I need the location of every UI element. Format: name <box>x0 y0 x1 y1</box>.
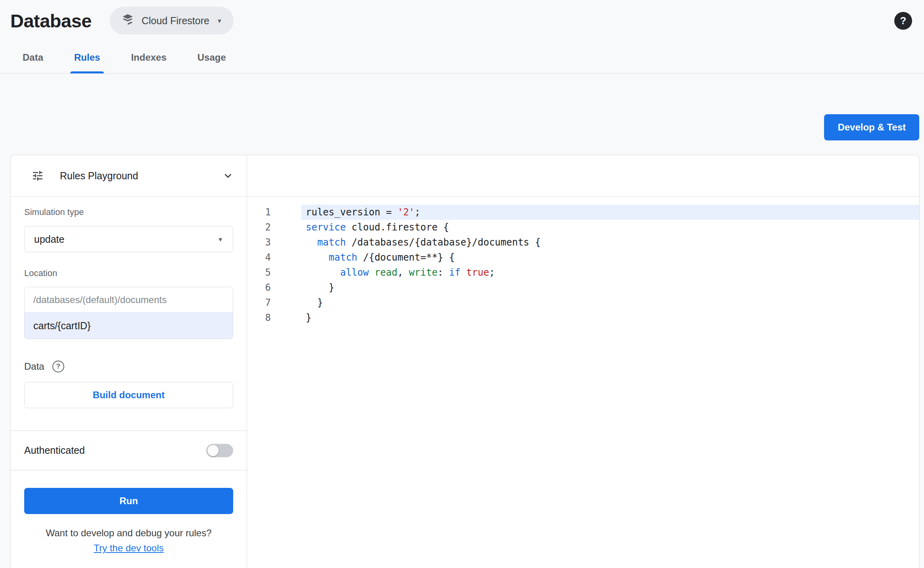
code-lines[interactable]: 1rules_version = '2';2service cloud.fire… <box>247 197 919 325</box>
code-line[interactable]: 7 } <box>247 295 919 310</box>
code-editor: 1rules_version = '2';2service cloud.fire… <box>247 155 919 568</box>
authenticated-toggle[interactable] <box>206 444 233 457</box>
code-line-text: allow read, write: if true; <box>301 265 919 280</box>
code-line-text: } <box>301 295 919 310</box>
line-number: 7 <box>247 295 301 310</box>
location-input[interactable]: carts/{cartID} <box>25 313 233 339</box>
location-field: /databases/(default)/documents carts/{ca… <box>24 287 233 339</box>
tab-data[interactable]: Data <box>23 41 43 73</box>
product-selector-label: Cloud Firestore <box>142 15 209 27</box>
editor-toolbar <box>247 155 919 197</box>
code-line[interactable]: 6 } <box>247 280 919 295</box>
code-line[interactable]: 1rules_version = '2'; <box>247 205 919 220</box>
collapse-chevron-icon[interactable] <box>221 169 235 182</box>
code-line[interactable]: 8} <box>247 310 919 325</box>
code-line-text: } <box>301 280 919 295</box>
firestore-database-page: Database Cloud Firestore ▼ ? Data Rules … <box>0 0 924 568</box>
code-line-text: match /databases/{database}/documents { <box>301 235 919 250</box>
rules-playground-panel: Rules Playground Simulation type update … <box>11 155 247 568</box>
simulation-type-value: update <box>34 234 64 245</box>
location-prefix: /databases/(default)/documents <box>25 287 233 313</box>
simulation-type-label: Simulation type <box>24 207 233 217</box>
code-line[interactable]: 5 allow read, write: if true; <box>247 265 919 280</box>
code-line-text: } <box>301 310 919 325</box>
dev-tools-link[interactable]: Try the dev tools <box>24 543 233 554</box>
page-title: Database <box>10 10 92 32</box>
tab-indexes[interactable]: Indexes <box>131 41 166 73</box>
code-line[interactable]: 3 match /databases/{database}/documents … <box>247 235 919 250</box>
develop-test-button[interactable]: Develop & Test <box>824 114 919 140</box>
line-number: 6 <box>247 280 301 295</box>
dev-tools-hint: Want to develop and debug your rules? <box>24 528 233 539</box>
page-header: Database Cloud Firestore ▼ ? <box>0 0 924 41</box>
line-number: 4 <box>247 250 301 265</box>
toolbar-row: Develop & Test <box>0 74 924 155</box>
tab-bar: Data Rules Indexes Usage <box>0 41 924 74</box>
line-number: 3 <box>247 235 301 250</box>
rules-playground-header[interactable]: Rules Playground <box>11 155 247 197</box>
rules-editor-card: Rules Playground Simulation type update … <box>10 155 920 568</box>
tune-icon <box>31 169 44 182</box>
firestore-icon <box>121 13 134 28</box>
playground-form: Simulation type update ▼ Location /datab… <box>11 197 247 431</box>
line-number: 2 <box>247 220 301 235</box>
data-section-header: Data ? <box>24 361 233 372</box>
tab-rules[interactable]: Rules <box>74 41 100 73</box>
code-line-text: match /{document=**} { <box>301 250 919 265</box>
build-document-button[interactable]: Build document <box>24 382 233 408</box>
location-label: Location <box>24 268 233 278</box>
product-selector[interactable]: Cloud Firestore ▼ <box>110 7 234 35</box>
code-line[interactable]: 4 match /{document=**} { <box>247 250 919 265</box>
line-number: 8 <box>247 310 301 325</box>
help-button[interactable]: ? <box>894 12 912 30</box>
code-line-text: rules_version = '2'; <box>301 205 919 220</box>
code-line[interactable]: 2service cloud.firestore { <box>247 220 919 235</box>
tab-usage[interactable]: Usage <box>197 41 226 73</box>
data-label: Data <box>24 361 44 372</box>
chevron-down-icon: ▼ <box>217 17 222 24</box>
authenticated-label: Authenticated <box>24 445 85 456</box>
help-circle-icon[interactable]: ? <box>52 361 64 372</box>
line-number: 5 <box>247 265 301 280</box>
chevron-down-icon: ▼ <box>217 236 223 243</box>
rules-playground-title: Rules Playground <box>60 170 138 182</box>
authenticated-row: Authenticated <box>11 431 247 470</box>
code-line-text: service cloud.firestore { <box>301 220 919 235</box>
run-button[interactable]: Run <box>24 488 233 514</box>
simulation-type-select[interactable]: update ▼ <box>24 226 233 252</box>
run-section: Run Want to develop and debug your rules… <box>11 470 247 554</box>
line-number: 1 <box>247 205 301 220</box>
toggle-knob <box>207 445 219 456</box>
